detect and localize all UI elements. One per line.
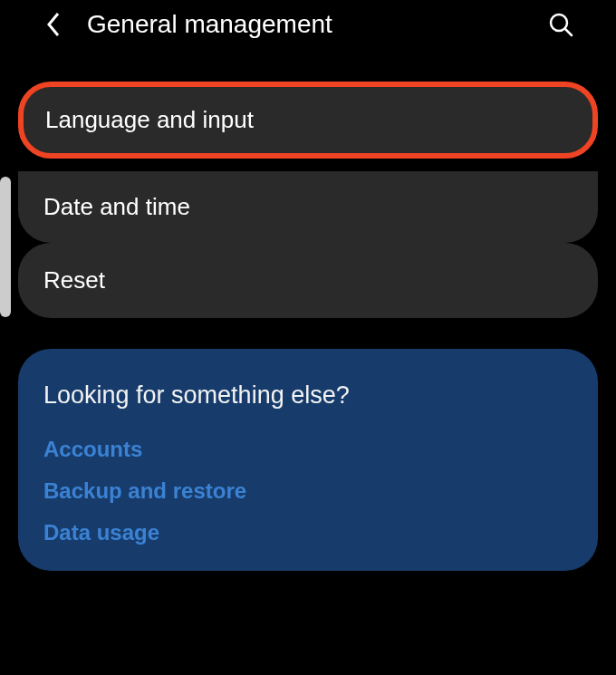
data-usage-link[interactable]: Data usage bbox=[43, 520, 573, 545]
language-input-item[interactable]: Language and input bbox=[24, 87, 592, 153]
language-input-highlight: Language and input bbox=[18, 82, 598, 159]
scrollbar-thumb[interactable] bbox=[0, 177, 11, 317]
suggestion-title: Looking for something else? bbox=[43, 381, 573, 410]
back-icon[interactable] bbox=[40, 11, 67, 38]
backup-restore-link[interactable]: Backup and restore bbox=[43, 478, 573, 504]
search-icon[interactable] bbox=[545, 9, 576, 40]
page-title: General management bbox=[87, 10, 545, 39]
reset-item[interactable]: Reset bbox=[18, 243, 598, 318]
settings-group-2: Reset bbox=[18, 243, 598, 318]
date-time-item[interactable]: Date and time bbox=[18, 171, 598, 243]
svg-line-1 bbox=[565, 29, 572, 35]
settings-group-1: Date and time bbox=[18, 171, 598, 243]
app-bar: General management bbox=[0, 0, 616, 49]
settings-content: Language and input Date and time Reset L… bbox=[0, 49, 616, 571]
suggestion-panel: Looking for something else? Accounts Bac… bbox=[18, 349, 598, 571]
accounts-link[interactable]: Accounts bbox=[43, 437, 573, 462]
